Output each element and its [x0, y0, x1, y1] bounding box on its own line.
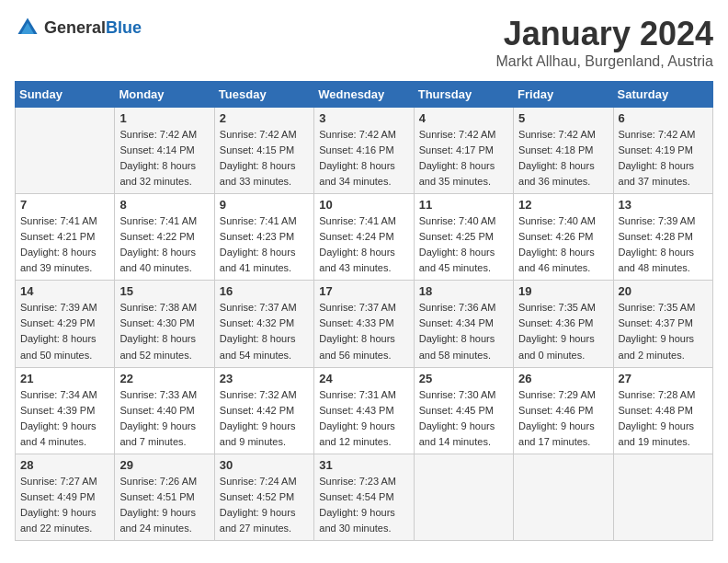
day-info: Sunrise: 7:42 AMSunset: 4:16 PMDaylight:… [319, 127, 408, 190]
header-cell-sunday: Sunday [16, 82, 115, 108]
day-info: Sunrise: 7:42 AMSunset: 4:14 PMDaylight:… [119, 127, 209, 190]
calendar-day-cell: 11Sunrise: 7:40 AMSunset: 4:25 PMDayligh… [414, 194, 513, 281]
calendar-day-cell: 29Sunrise: 7:26 AMSunset: 4:51 PMDayligh… [115, 454, 214, 540]
calendar-subtitle: Markt Allhau, Burgenland, Austria [495, 53, 713, 70]
calendar-day-cell: 20Sunrise: 7:35 AMSunset: 4:37 PMDayligh… [613, 281, 712, 367]
day-info: Sunrise: 7:28 AMSunset: 4:48 PMDaylight:… [619, 387, 708, 450]
day-info: Sunrise: 7:42 AMSunset: 4:15 PMDaylight:… [220, 127, 309, 190]
day-info: Sunrise: 7:41 AMSunset: 4:22 PMDaylight:… [119, 213, 209, 276]
day-number: 21 [20, 372, 109, 385]
day-number: 1 [119, 111, 209, 125]
calendar-day-cell: 25Sunrise: 7:30 AMSunset: 4:45 PMDayligh… [414, 367, 513, 454]
calendar-day-cell: 31Sunrise: 7:23 AMSunset: 4:54 PMDayligh… [314, 454, 414, 540]
calendar-day-cell: 10Sunrise: 7:41 AMSunset: 4:24 PMDayligh… [314, 194, 414, 281]
calendar-day-cell: 6Sunrise: 7:42 AMSunset: 4:19 PMDaylight… [613, 108, 712, 194]
day-info: Sunrise: 7:37 AMSunset: 4:32 PMDaylight:… [220, 300, 309, 362]
calendar-day-cell: 26Sunrise: 7:29 AMSunset: 4:46 PMDayligh… [514, 367, 613, 454]
logo-blue: Blue [106, 18, 142, 37]
calendar-day-cell: 7Sunrise: 7:41 AMSunset: 4:21 PMDaylight… [16, 194, 115, 281]
day-info: Sunrise: 7:39 AMSunset: 4:29 PMDaylight:… [20, 300, 109, 362]
header-cell-wednesday: Wednesday [314, 82, 414, 108]
header-row: SundayMondayTuesdayWednesdayThursdayFrid… [16, 82, 713, 108]
day-number: 5 [518, 111, 608, 125]
calendar-day-cell: 28Sunrise: 7:27 AMSunset: 4:49 PMDayligh… [16, 454, 115, 540]
calendar-day-cell [16, 108, 115, 194]
calendar-day-cell: 8Sunrise: 7:41 AMSunset: 4:22 PMDaylight… [115, 194, 214, 281]
day-number: 23 [220, 372, 309, 385]
day-number: 26 [518, 372, 608, 385]
day-number: 6 [619, 111, 708, 125]
calendar-day-cell [613, 454, 712, 540]
day-info: Sunrise: 7:30 AMSunset: 4:45 PMDaylight:… [419, 387, 508, 450]
day-info: Sunrise: 7:27 AMSunset: 4:49 PMDaylight:… [20, 474, 109, 536]
calendar-day-cell [514, 454, 613, 540]
calendar-day-cell: 1Sunrise: 7:42 AMSunset: 4:14 PMDaylight… [115, 108, 214, 194]
day-number: 31 [319, 458, 408, 472]
day-info: Sunrise: 7:31 AMSunset: 4:43 PMDaylight:… [319, 387, 408, 450]
calendar-day-cell: 9Sunrise: 7:41 AMSunset: 4:23 PMDaylight… [214, 194, 313, 281]
title-block: January 2024 Markt Allhau, Burgenland, A… [495, 15, 713, 70]
day-number: 27 [619, 372, 708, 385]
header-cell-monday: Monday [115, 82, 214, 108]
calendar-week-row: 7Sunrise: 7:41 AMSunset: 4:21 PMDaylight… [16, 194, 713, 281]
calendar-day-cell: 2Sunrise: 7:42 AMSunset: 4:15 PMDaylight… [214, 108, 313, 194]
calendar-day-cell: 30Sunrise: 7:24 AMSunset: 4:52 PMDayligh… [214, 454, 313, 540]
calendar-day-cell: 22Sunrise: 7:33 AMSunset: 4:40 PMDayligh… [115, 367, 214, 454]
day-number: 13 [619, 198, 708, 212]
calendar-title: January 2024 [495, 15, 713, 53]
day-number: 19 [518, 284, 608, 298]
calendar-day-cell: 3Sunrise: 7:42 AMSunset: 4:16 PMDaylight… [314, 108, 414, 194]
calendar-day-cell: 15Sunrise: 7:38 AMSunset: 4:30 PMDayligh… [115, 281, 214, 367]
day-info: Sunrise: 7:24 AMSunset: 4:52 PMDaylight:… [220, 474, 309, 536]
day-info: Sunrise: 7:41 AMSunset: 4:24 PMDaylight:… [319, 213, 408, 276]
calendar-day-cell [414, 454, 513, 540]
calendar-week-row: 28Sunrise: 7:27 AMSunset: 4:49 PMDayligh… [16, 454, 713, 540]
day-number: 10 [319, 198, 408, 212]
calendar-week-row: 14Sunrise: 7:39 AMSunset: 4:29 PMDayligh… [16, 281, 713, 367]
calendar-day-cell: 17Sunrise: 7:37 AMSunset: 4:33 PMDayligh… [314, 281, 414, 367]
calendar-day-cell: 14Sunrise: 7:39 AMSunset: 4:29 PMDayligh… [16, 281, 115, 367]
day-number: 28 [20, 458, 109, 472]
day-info: Sunrise: 7:26 AMSunset: 4:51 PMDaylight:… [119, 474, 209, 536]
day-number: 15 [119, 284, 209, 298]
header-cell-tuesday: Tuesday [214, 82, 313, 108]
day-number: 3 [319, 111, 408, 125]
day-info: Sunrise: 7:42 AMSunset: 4:19 PMDaylight:… [619, 127, 708, 190]
day-info: Sunrise: 7:42 AMSunset: 4:17 PMDaylight:… [419, 127, 508, 190]
day-info: Sunrise: 7:40 AMSunset: 4:25 PMDaylight:… [419, 213, 508, 276]
day-number: 22 [119, 372, 209, 385]
day-info: Sunrise: 7:35 AMSunset: 4:36 PMDaylight:… [518, 300, 608, 362]
calendar-day-cell: 23Sunrise: 7:32 AMSunset: 4:42 PMDayligh… [214, 367, 313, 454]
day-info: Sunrise: 7:33 AMSunset: 4:40 PMDaylight:… [119, 387, 209, 450]
day-number: 29 [119, 458, 209, 472]
calendar-day-cell: 18Sunrise: 7:36 AMSunset: 4:34 PMDayligh… [414, 281, 513, 367]
calendar-day-cell: 16Sunrise: 7:37 AMSunset: 4:32 PMDayligh… [214, 281, 313, 367]
page-header: GeneralBlue January 2024 Markt Allhau, B… [15, 15, 713, 70]
calendar-header: SundayMondayTuesdayWednesdayThursdayFrid… [16, 82, 713, 108]
calendar-day-cell: 5Sunrise: 7:42 AMSunset: 4:18 PMDaylight… [514, 108, 613, 194]
calendar-table: SundayMondayTuesdayWednesdayThursdayFrid… [15, 81, 713, 541]
day-number: 9 [220, 198, 309, 212]
day-info: Sunrise: 7:41 AMSunset: 4:23 PMDaylight:… [220, 213, 309, 276]
calendar-day-cell: 27Sunrise: 7:28 AMSunset: 4:48 PMDayligh… [613, 367, 712, 454]
day-number: 8 [119, 198, 209, 212]
day-number: 4 [419, 111, 508, 125]
day-info: Sunrise: 7:29 AMSunset: 4:46 PMDaylight:… [518, 387, 608, 450]
day-info: Sunrise: 7:23 AMSunset: 4:54 PMDaylight:… [319, 474, 408, 536]
day-number: 2 [220, 111, 309, 125]
day-info: Sunrise: 7:40 AMSunset: 4:26 PMDaylight:… [518, 213, 608, 276]
day-info: Sunrise: 7:42 AMSunset: 4:18 PMDaylight:… [518, 127, 608, 190]
calendar-day-cell: 21Sunrise: 7:34 AMSunset: 4:39 PMDayligh… [16, 367, 115, 454]
logo-icon [15, 15, 40, 40]
day-number: 30 [220, 458, 309, 472]
day-info: Sunrise: 7:34 AMSunset: 4:39 PMDaylight:… [20, 387, 109, 450]
day-number: 11 [419, 198, 508, 212]
day-info: Sunrise: 7:32 AMSunset: 4:42 PMDaylight:… [220, 387, 309, 450]
day-number: 24 [319, 372, 408, 385]
day-number: 7 [20, 198, 109, 212]
day-info: Sunrise: 7:37 AMSunset: 4:33 PMDaylight:… [319, 300, 408, 362]
day-number: 18 [419, 284, 508, 298]
day-info: Sunrise: 7:36 AMSunset: 4:34 PMDaylight:… [419, 300, 508, 362]
day-number: 25 [419, 372, 508, 385]
day-number: 14 [20, 284, 109, 298]
